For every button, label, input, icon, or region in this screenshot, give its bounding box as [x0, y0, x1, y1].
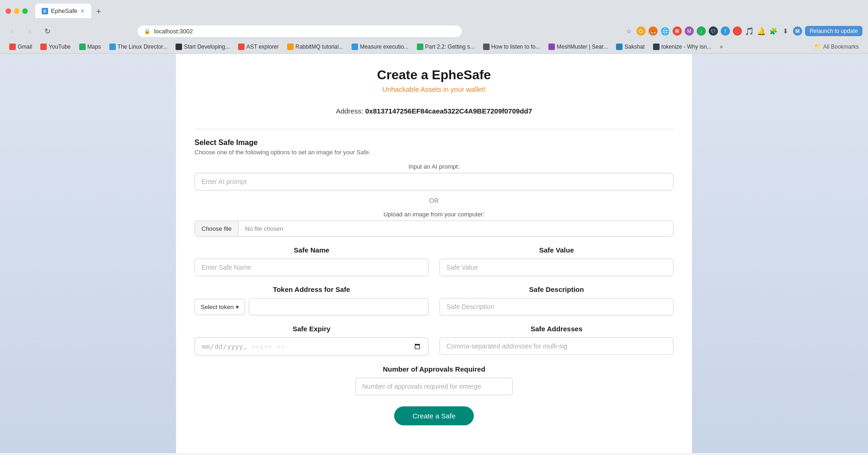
tab-favicon: E	[42, 8, 48, 14]
security-icon: 🔒	[144, 28, 151, 34]
select-token-label: Select token	[201, 303, 234, 310]
select-token-button[interactable]: Select token ▾	[195, 299, 245, 315]
download-icon[interactable]: ⬇	[781, 26, 790, 36]
bookmark-startdev[interactable]: Start Developing...	[172, 42, 233, 51]
profile-avatar[interactable]: M	[793, 26, 802, 36]
safe-image-section: Select Safe Image Choose one of the foll…	[195, 139, 673, 237]
bookmark-part22-label: Part 2.2: Getting s...	[425, 44, 475, 50]
safe-name-label: Safe Name	[195, 246, 428, 254]
minimize-window-button[interactable]	[14, 8, 19, 14]
safe-expiry-col: Safe Expiry	[195, 325, 428, 356]
safe-value-input[interactable]	[440, 259, 673, 276]
gmail-favicon	[9, 44, 16, 50]
measure-favicon	[352, 44, 358, 50]
bookmark-tokenize[interactable]: tokenize - Why isn...	[649, 42, 715, 51]
ast-favicon	[238, 44, 245, 50]
extension-icon-2[interactable]: M	[673, 26, 682, 36]
listen-favicon	[483, 44, 490, 50]
approvals-input[interactable]	[355, 378, 513, 395]
new-tab-button[interactable]: +	[92, 5, 105, 18]
more-bookmarks-button[interactable]: »	[716, 42, 727, 51]
page-subtitle: Unhackable Assets in your wallet!	[195, 85, 673, 93]
tab-close-button[interactable]: ✕	[80, 8, 85, 14]
bookmark-listen[interactable]: How to listen to fo...	[479, 42, 544, 51]
form-grid: Safe Name Safe Value Token Address for S…	[195, 246, 673, 356]
token-address-label: Token Address for Safe	[195, 285, 428, 293]
bookmark-gmail-label: Gmail	[18, 44, 32, 50]
url-bar[interactable]: 🔒 localhost:3002	[138, 25, 462, 37]
ai-prompt-label: Input an AI prompt:	[195, 163, 673, 170]
extension-icon-4[interactable]: ↓	[697, 26, 706, 36]
tab-title: EpheSafe	[51, 7, 77, 14]
left-side-panel	[0, 54, 176, 453]
section-divider	[195, 129, 673, 129]
wallet-icon[interactable]: ⬡	[636, 26, 646, 36]
back-button[interactable]: ‹	[6, 25, 19, 38]
choose-file-button[interactable]: Choose file	[195, 221, 239, 236]
linux-favicon	[109, 44, 116, 50]
safe-value-col: Safe Value	[440, 246, 673, 276]
extension-icon-1[interactable]: 🌐	[660, 26, 670, 36]
safe-addresses-col: Safe Addresses	[440, 325, 673, 356]
tabs-bar: E EpheSafe ✕ +	[31, 4, 862, 18]
puzzle-icon[interactable]: 🧩	[769, 26, 778, 36]
bookmark-part22[interactable]: Part 2.2: Getting s...	[413, 42, 478, 51]
extension-icon-6[interactable]: f	[721, 26, 730, 36]
page-wrapper: Create a EpheSafe Unhackable Assets in y…	[0, 54, 868, 453]
main-content: Create a EpheSafe Unhackable Assets in y…	[176, 54, 692, 453]
token-address-input[interactable]	[249, 298, 428, 316]
bookmark-listen-label: How to listen to fo...	[491, 44, 540, 50]
bookmark-gmail[interactable]: Gmail	[6, 42, 36, 51]
bookmark-youtube[interactable]: YouTube	[37, 42, 74, 51]
bookmark-linux[interactable]: The Linux Director...	[106, 42, 171, 51]
all-bookmarks-button[interactable]: 📁 All Bookmarks	[811, 42, 862, 51]
safe-description-col: Safe Description	[440, 285, 673, 316]
active-tab[interactable]: E EpheSafe ✕	[35, 4, 91, 18]
fullscreen-window-button[interactable]	[22, 8, 28, 14]
safe-image-desc: Choose one of the following options to s…	[195, 149, 673, 156]
page-title: Create a EpheSafe	[195, 68, 673, 82]
bookmark-maps[interactable]: Maps	[75, 42, 105, 51]
bookmark-ast[interactable]: AST explorer	[234, 42, 283, 51]
extension-icon-5[interactable]: 🛡	[709, 26, 718, 36]
maps-favicon	[79, 44, 86, 50]
safe-name-input[interactable]	[195, 259, 428, 276]
bookmark-meshmuster[interactable]: MeshMuster | Sear...	[545, 42, 612, 51]
bookmark-tokenize-label: tokenize - Why isn...	[661, 44, 711, 50]
extension-icon-8[interactable]: 🎵	[745, 26, 754, 36]
address-label: Address:	[336, 107, 363, 115]
create-safe-button[interactable]: Create a Safe	[394, 406, 474, 425]
forward-button[interactable]: ›	[23, 25, 36, 38]
safe-description-input[interactable]	[440, 298, 673, 316]
close-window-button[interactable]	[6, 8, 11, 14]
token-address-row: Select token ▾	[195, 298, 428, 316]
rabbitmq-favicon	[287, 44, 294, 50]
safe-addresses-label: Safe Addresses	[440, 325, 673, 333]
bookmark-rabbitmq[interactable]: RabbitMQ tutorial...	[283, 42, 347, 51]
extension-icon-7[interactable]: 📍	[733, 26, 742, 36]
approvals-section: Number of Approvals Required	[195, 365, 673, 395]
refresh-button[interactable]: ↻	[41, 25, 54, 38]
bookmark-linux-label: The Linux Director...	[118, 44, 167, 50]
toolbar-icons: ☆ ⬡ 🦊 🌐 M M ↓ 🛡 f 📍 🎵 🔔 🧩 ⬇ M Relaunch t…	[624, 26, 862, 36]
metamask-icon[interactable]: 🦊	[648, 26, 658, 36]
extension-icon-3[interactable]: M	[685, 26, 694, 36]
address-value: 0x8137147256EF84caea5322C4A9BE7209f0709d…	[365, 107, 532, 115]
relaunch-button[interactable]: Relaunch to update	[805, 26, 862, 36]
safe-expiry-label: Safe Expiry	[195, 325, 428, 333]
star-icon[interactable]: ☆	[624, 26, 634, 36]
bookmark-rabbitmq-label: RabbitMQ tutorial...	[296, 44, 343, 50]
address-bar: ‹ › ↻ 🔒 localhost:3002 ☆ ⬡ 🦊 🌐 M M ↓ 🛡 f…	[0, 22, 868, 40]
meshmuster-favicon	[548, 44, 555, 50]
safe-expiry-input[interactable]	[195, 337, 428, 356]
sakshat-favicon	[616, 44, 623, 50]
bookmark-ast-label: AST explorer	[246, 44, 279, 50]
bookmark-sakshat[interactable]: Sakshat	[612, 42, 648, 51]
safe-value-label: Safe Value	[440, 246, 673, 254]
ai-prompt-input[interactable]	[195, 173, 673, 190]
safe-addresses-input[interactable]	[440, 337, 673, 355]
bookmark-measure[interactable]: Measure executio...	[348, 42, 412, 51]
upload-label: Upload an image from your computer:	[195, 211, 673, 218]
right-side-panel	[692, 54, 868, 453]
extension-icon-9[interactable]: 🔔	[757, 26, 766, 36]
